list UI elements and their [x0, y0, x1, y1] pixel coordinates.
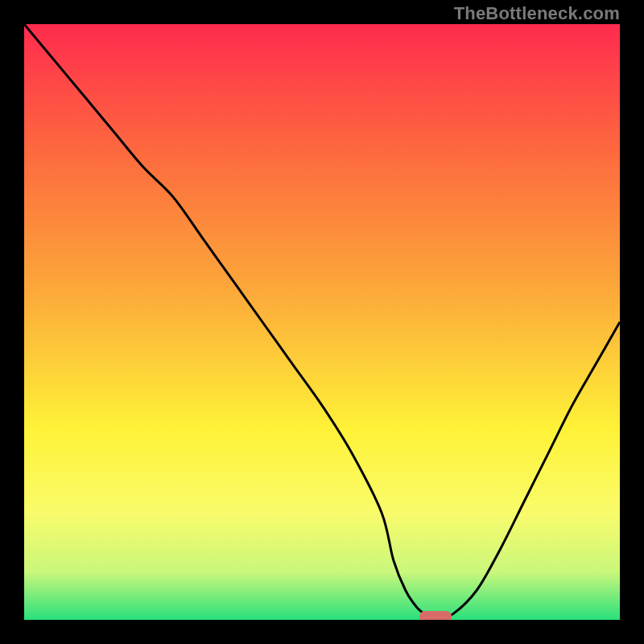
- chart-frame: TheBottleneck.com: [0, 0, 644, 644]
- heat-gradient: [24, 24, 620, 620]
- watermark-text: TheBottleneck.com: [454, 3, 620, 24]
- plot-area: [24, 24, 620, 620]
- optimum-marker: [419, 611, 452, 620]
